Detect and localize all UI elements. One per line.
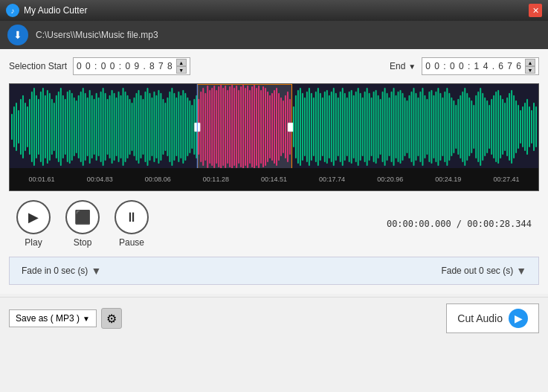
svg-rect-12 — [36, 95, 37, 158]
svg-rect-97 — [222, 88, 224, 166]
start-time-spinner[interactable]: ▲ ▼ — [176, 59, 187, 74]
svg-rect-10 — [31, 91, 33, 162]
svg-rect-59 — [141, 95, 142, 158]
svg-rect-69 — [162, 99, 164, 155]
svg-rect-207 — [455, 105, 457, 149]
svg-rect-106 — [242, 85, 244, 169]
save-as-button[interactable]: Save as ( MP3 ) ▼ — [9, 309, 97, 327]
svg-rect-34 — [85, 93, 86, 161]
fade-in-dropdown[interactable]: ▼ — [91, 265, 101, 277]
start-time-input[interactable]: 0 0 : 0 0 : 0 9 . 8 7 8 ▲ ▼ — [73, 57, 190, 75]
svg-rect-58 — [138, 90, 140, 164]
svg-rect-149 — [326, 90, 328, 164]
stop-label: Stop — [74, 237, 92, 248]
svg-rect-6 — [22, 95, 24, 158]
svg-rect-159 — [349, 91, 350, 162]
end-dropdown-icon[interactable]: ▼ — [408, 62, 416, 71]
svg-rect-215 — [473, 105, 474, 149]
file-bar: ⬇ C:\Users\\Music\Music file.mp3 — [0, 21, 548, 49]
svg-rect-18 — [49, 93, 51, 161]
waveform-container[interactable]: 00:01.61 00:04.83 00:08.06 00:11.28 00:1… — [9, 83, 539, 191]
svg-rect-228 — [502, 99, 503, 155]
svg-rect-195 — [428, 91, 430, 162]
svg-rect-144 — [315, 91, 317, 162]
pause-circle[interactable]: ⏸ — [115, 200, 149, 234]
time-marker-2: 00:04.83 — [71, 176, 129, 183]
end-time-input[interactable]: 0 0 : 0 0 : 1 4 . 6 7 6 ▲ ▼ — [422, 57, 539, 75]
gear-button[interactable]: ⚙ — [101, 308, 122, 329]
main-content: Selection Start 0 0 : 0 0 : 0 9 . 8 7 8 … — [0, 49, 548, 294]
svg-rect-54 — [129, 99, 131, 155]
svg-rect-68 — [160, 93, 161, 161]
svg-rect-161 — [353, 95, 355, 158]
svg-rect-50 — [120, 95, 122, 158]
svg-rect-73 — [171, 88, 173, 166]
svg-rect-157 — [344, 93, 346, 161]
play-button[interactable]: ▶ Play — [16, 200, 51, 248]
svg-rect-212 — [466, 93, 468, 161]
svg-rect-103 — [236, 86, 237, 168]
stop-circle[interactable]: ⬛ — [65, 200, 100, 234]
svg-rect-56 — [134, 97, 135, 156]
svg-rect-67 — [158, 90, 159, 164]
svg-rect-201 — [442, 97, 443, 156]
svg-rect-104 — [238, 90, 239, 164]
svg-rect-210 — [462, 91, 463, 162]
svg-rect-158 — [346, 97, 348, 156]
play-circle[interactable]: ▶ — [16, 200, 51, 234]
end-time-down[interactable]: ▼ — [525, 66, 535, 74]
svg-rect-29 — [74, 97, 75, 156]
time-display: 00:00:00.000 / 00:00:28.344 — [387, 219, 532, 229]
svg-rect-226 — [497, 90, 499, 164]
bottom-bar: Save as ( MP3 ) ▼ ⚙ Cut Audio ▶ — [0, 297, 548, 339]
svg-rect-166 — [364, 91, 366, 162]
svg-rect-102 — [233, 88, 235, 166]
pause-button[interactable]: ⏸ Pause — [115, 200, 149, 248]
svg-rect-119 — [271, 93, 273, 161]
svg-rect-230 — [506, 97, 508, 156]
close-button[interactable]: ✕ — [529, 4, 542, 17]
svg-rect-23 — [60, 88, 62, 166]
svg-rect-100 — [229, 86, 231, 167]
start-time-down[interactable]: ▼ — [176, 66, 187, 74]
svg-rect-55 — [132, 103, 133, 151]
svg-rect-31 — [78, 95, 80, 158]
svg-rect-76 — [178, 91, 179, 162]
svg-rect-17 — [47, 90, 48, 164]
svg-rect-190 — [417, 97, 419, 156]
save-dropdown-icon[interactable]: ▼ — [83, 315, 90, 323]
end-time-spinner[interactable]: ▲ ▼ — [525, 59, 535, 74]
download-icon: ⬇ — [7, 25, 28, 45]
svg-rect-99 — [227, 90, 228, 164]
time-marker-6: 00:17.74 — [303, 176, 361, 183]
svg-rect-20 — [54, 103, 55, 151]
svg-rect-113 — [258, 86, 260, 168]
svg-rect-53 — [127, 95, 129, 158]
svg-rect-62 — [146, 88, 148, 166]
svg-rect-199 — [437, 88, 439, 166]
svg-rect-147 — [322, 97, 323, 156]
svg-rect-197 — [433, 95, 434, 158]
svg-rect-198 — [435, 91, 436, 162]
svg-rect-32 — [80, 91, 82, 162]
svg-rect-168 — [369, 93, 370, 161]
svg-rect-75 — [175, 97, 177, 156]
stop-button[interactable]: ⬛ Stop — [65, 200, 100, 248]
cut-audio-button[interactable]: Cut Audio ▶ — [446, 303, 539, 333]
svg-rect-1 — [11, 114, 13, 140]
selection-row: Selection Start 0 0 : 0 0 : 0 9 . 8 7 8 … — [9, 55, 539, 77]
svg-rect-188 — [413, 88, 414, 166]
svg-rect-4 — [18, 110, 19, 144]
svg-rect-177 — [389, 97, 390, 156]
svg-rect-80 — [187, 97, 188, 156]
fade-in-item: Fade in 0 sec (s) ▼ — [22, 265, 101, 277]
svg-rect-218 — [480, 88, 481, 166]
svg-rect-13 — [38, 99, 39, 155]
svg-rect-117 — [267, 91, 268, 162]
svg-rect-148 — [324, 91, 326, 162]
fade-out-dropdown[interactable]: ▼ — [516, 265, 526, 277]
cut-audio-icon: ▶ — [509, 309, 528, 328]
end-time-up[interactable]: ▲ — [525, 59, 535, 66]
svg-rect-184 — [404, 97, 406, 156]
start-time-up[interactable]: ▲ — [176, 59, 187, 66]
